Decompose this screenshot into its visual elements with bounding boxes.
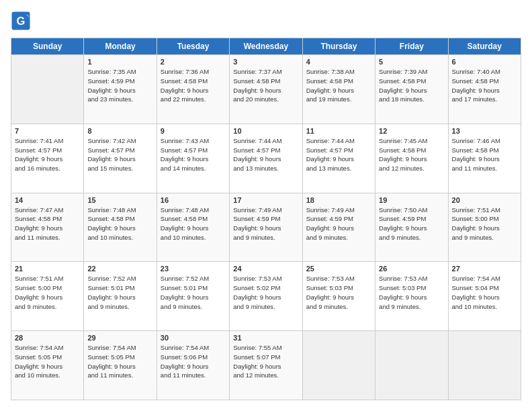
day-detail: Sunrise: 7:48 AMSunset: 4:58 PMDaylight:… [87, 205, 152, 242]
weekday-header-wednesday: Wednesday [230, 38, 302, 55]
day-cell: 31Sunrise: 7:55 AMSunset: 5:07 PMDayligh… [230, 331, 302, 400]
day-cell: 29Sunrise: 7:54 AMSunset: 5:05 PMDayligh… [84, 331, 157, 400]
logo: G [11, 11, 34, 31]
day-cell: 6Sunrise: 7:40 AMSunset: 4:58 PMDaylight… [448, 55, 521, 124]
calendar-table: SundayMondayTuesdayWednesdayThursdayFrid… [11, 38, 521, 400]
day-cell: 5Sunrise: 7:39 AMSunset: 4:58 PMDaylight… [375, 55, 448, 124]
day-number: 5 [379, 58, 444, 66]
day-cell: 4Sunrise: 7:38 AMSunset: 4:58 PMDaylight… [302, 55, 375, 124]
day-cell: 24Sunrise: 7:53 AMSunset: 5:02 PMDayligh… [230, 262, 302, 331]
day-cell: 14Sunrise: 7:47 AMSunset: 4:58 PMDayligh… [11, 193, 84, 262]
day-number: 25 [306, 265, 371, 273]
day-cell: 25Sunrise: 7:53 AMSunset: 5:03 PMDayligh… [302, 262, 375, 331]
day-detail: Sunrise: 7:53 AMSunset: 5:03 PMDaylight:… [379, 274, 444, 311]
day-detail: Sunrise: 7:43 AMSunset: 4:57 PMDaylight:… [161, 136, 226, 173]
day-detail: Sunrise: 7:55 AMSunset: 5:07 PMDaylight:… [233, 343, 298, 380]
day-cell [448, 331, 521, 400]
day-detail: Sunrise: 7:48 AMSunset: 4:58 PMDaylight:… [161, 205, 226, 242]
day-cell: 7Sunrise: 7:41 AMSunset: 4:57 PMDaylight… [11, 124, 84, 193]
day-number: 8 [87, 127, 152, 135]
day-detail: Sunrise: 7:51 AMSunset: 5:00 PMDaylight:… [452, 205, 517, 242]
day-cell: 17Sunrise: 7:49 AMSunset: 4:59 PMDayligh… [230, 193, 302, 262]
day-number: 1 [87, 58, 152, 66]
day-number: 28 [15, 334, 80, 342]
day-number: 14 [15, 196, 80, 204]
week-row-2: 7Sunrise: 7:41 AMSunset: 4:57 PMDaylight… [11, 124, 521, 193]
day-detail: Sunrise: 7:53 AMSunset: 5:03 PMDaylight:… [306, 274, 371, 311]
weekday-header-row: SundayMondayTuesdayWednesdayThursdayFrid… [11, 38, 521, 55]
day-cell: 12Sunrise: 7:45 AMSunset: 4:58 PMDayligh… [375, 124, 448, 193]
day-detail: Sunrise: 7:51 AMSunset: 5:00 PMDaylight:… [15, 274, 80, 311]
day-cell: 1Sunrise: 7:35 AMSunset: 4:59 PMDaylight… [84, 55, 157, 124]
day-detail: Sunrise: 7:41 AMSunset: 4:57 PMDaylight:… [15, 136, 80, 173]
day-number: 19 [379, 196, 444, 204]
day-detail: Sunrise: 7:38 AMSunset: 4:58 PMDaylight:… [306, 67, 371, 104]
day-cell: 21Sunrise: 7:51 AMSunset: 5:00 PMDayligh… [11, 262, 84, 331]
day-number: 27 [452, 265, 517, 273]
day-detail: Sunrise: 7:47 AMSunset: 4:58 PMDaylight:… [15, 205, 80, 242]
day-detail: Sunrise: 7:46 AMSunset: 4:58 PMDaylight:… [452, 136, 517, 173]
day-number: 15 [87, 196, 152, 204]
header: G [11, 11, 521, 31]
day-cell: 18Sunrise: 7:49 AMSunset: 4:59 PMDayligh… [302, 193, 375, 262]
weekday-header-friday: Friday [375, 38, 448, 55]
weekday-header-sunday: Sunday [11, 38, 84, 55]
day-detail: Sunrise: 7:49 AMSunset: 4:59 PMDaylight:… [306, 205, 371, 242]
day-cell: 15Sunrise: 7:48 AMSunset: 4:58 PMDayligh… [84, 193, 157, 262]
weekday-header-monday: Monday [84, 38, 157, 55]
weekday-header-thursday: Thursday [302, 38, 375, 55]
day-number: 6 [452, 58, 517, 66]
day-cell: 23Sunrise: 7:52 AMSunset: 5:01 PMDayligh… [157, 262, 229, 331]
day-cell: 27Sunrise: 7:54 AMSunset: 5:04 PMDayligh… [448, 262, 521, 331]
day-cell: 28Sunrise: 7:54 AMSunset: 5:05 PMDayligh… [11, 331, 84, 400]
day-detail: Sunrise: 7:54 AMSunset: 5:05 PMDaylight:… [15, 343, 80, 380]
day-detail: Sunrise: 7:54 AMSunset: 5:06 PMDaylight:… [161, 343, 226, 380]
day-detail: Sunrise: 7:40 AMSunset: 4:58 PMDaylight:… [452, 67, 517, 104]
day-number: 30 [161, 334, 226, 342]
day-detail: Sunrise: 7:54 AMSunset: 5:04 PMDaylight:… [452, 274, 517, 311]
day-detail: Sunrise: 7:36 AMSunset: 4:58 PMDaylight:… [161, 67, 226, 104]
day-detail: Sunrise: 7:52 AMSunset: 5:01 PMDaylight:… [161, 274, 226, 311]
week-row-3: 14Sunrise: 7:47 AMSunset: 4:58 PMDayligh… [11, 193, 521, 262]
day-detail: Sunrise: 7:39 AMSunset: 4:58 PMDaylight:… [379, 67, 444, 104]
day-number: 10 [233, 127, 298, 135]
day-cell: 9Sunrise: 7:43 AMSunset: 4:57 PMDaylight… [157, 124, 229, 193]
day-number: 24 [233, 265, 298, 273]
day-cell: 2Sunrise: 7:36 AMSunset: 4:58 PMDaylight… [157, 55, 229, 124]
day-number: 18 [306, 196, 371, 204]
day-detail: Sunrise: 7:52 AMSunset: 5:01 PMDaylight:… [87, 274, 152, 311]
day-cell: 26Sunrise: 7:53 AMSunset: 5:03 PMDayligh… [375, 262, 448, 331]
day-number: 20 [452, 196, 517, 204]
day-detail: Sunrise: 7:44 AMSunset: 4:57 PMDaylight:… [233, 136, 298, 173]
day-detail: Sunrise: 7:44 AMSunset: 4:57 PMDaylight:… [306, 136, 371, 173]
day-detail: Sunrise: 7:37 AMSunset: 4:58 PMDaylight:… [233, 67, 298, 104]
day-cell: 22Sunrise: 7:52 AMSunset: 5:01 PMDayligh… [84, 262, 157, 331]
day-detail: Sunrise: 7:54 AMSunset: 5:05 PMDaylight:… [87, 343, 152, 380]
weekday-header-tuesday: Tuesday [157, 38, 229, 55]
day-number: 13 [452, 127, 517, 135]
week-row-4: 21Sunrise: 7:51 AMSunset: 5:00 PMDayligh… [11, 262, 521, 331]
day-cell: 8Sunrise: 7:42 AMSunset: 4:57 PMDaylight… [84, 124, 157, 193]
svg-text:G: G [17, 15, 26, 27]
day-number: 26 [379, 265, 444, 273]
logo-icon: G [11, 11, 31, 31]
day-number: 12 [379, 127, 444, 135]
day-cell: 16Sunrise: 7:48 AMSunset: 4:58 PMDayligh… [157, 193, 229, 262]
day-detail: Sunrise: 7:35 AMSunset: 4:59 PMDaylight:… [87, 67, 152, 104]
day-number: 11 [306, 127, 371, 135]
day-number: 17 [233, 196, 298, 204]
day-cell [302, 331, 375, 400]
week-row-1: 1Sunrise: 7:35 AMSunset: 4:59 PMDaylight… [11, 55, 521, 124]
weekday-header-saturday: Saturday [448, 38, 521, 55]
day-number: 22 [87, 265, 152, 273]
day-cell: 30Sunrise: 7:54 AMSunset: 5:06 PMDayligh… [157, 331, 229, 400]
day-number: 4 [306, 58, 371, 66]
day-detail: Sunrise: 7:49 AMSunset: 4:59 PMDaylight:… [233, 205, 298, 242]
day-number: 23 [161, 265, 226, 273]
day-number: 16 [161, 196, 226, 204]
day-number: 3 [233, 58, 298, 66]
calendar-page: G SundayMondayTuesdayWednesdayThursdayFr… [0, 0, 532, 411]
day-number: 2 [161, 58, 226, 66]
day-cell: 10Sunrise: 7:44 AMSunset: 4:57 PMDayligh… [230, 124, 302, 193]
day-cell [375, 331, 448, 400]
